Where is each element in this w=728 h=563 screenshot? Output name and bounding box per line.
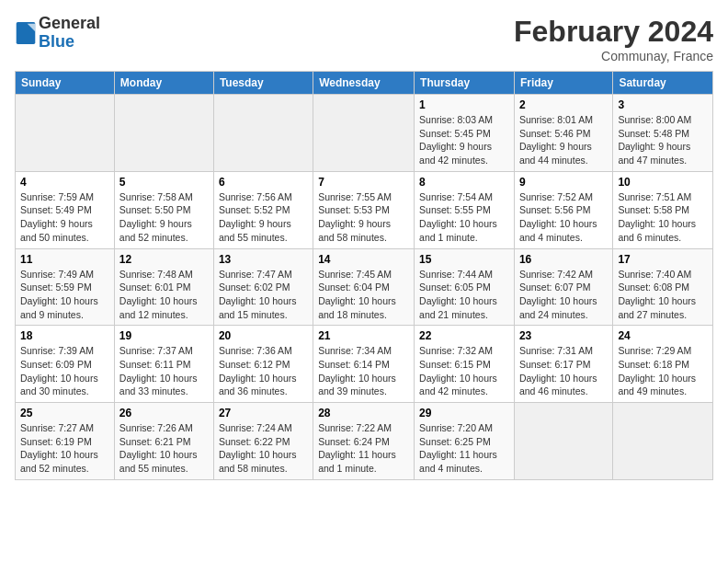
day-info: Sunrise: 8:01 AMSunset: 5:46 PMDaylight:… xyxy=(519,113,608,167)
calendar-header-row: SundayMondayTuesdayWednesdayThursdayFrid… xyxy=(16,72,713,95)
calendar-cell: 4Sunrise: 7:59 AMSunset: 5:49 PMDaylight… xyxy=(16,171,115,248)
day-number: 12 xyxy=(119,253,209,266)
day-info: Sunrise: 7:49 AMSunset: 5:59 PMDaylight:… xyxy=(20,268,109,322)
calendar-cell xyxy=(514,403,612,480)
day-number: 22 xyxy=(419,329,509,342)
day-info: Sunrise: 7:58 AMSunset: 5:50 PMDaylight:… xyxy=(119,190,209,245)
week-row-0: 1Sunrise: 8:03 AMSunset: 5:45 PMDaylight… xyxy=(16,95,713,172)
day-info: Sunrise: 7:20 AMSunset: 6:25 PMDaylight:… xyxy=(419,421,509,476)
calendar-cell: 24Sunrise: 7:29 AMSunset: 6:18 PMDayligh… xyxy=(613,326,713,403)
logo-general: General xyxy=(39,15,100,33)
month-title: February 2024 xyxy=(514,15,713,49)
day-info: Sunrise: 7:40 AMSunset: 6:08 PMDaylight:… xyxy=(618,268,708,322)
calendar-cell xyxy=(16,95,115,172)
day-info: Sunrise: 7:34 AMSunset: 6:14 PMDaylight:… xyxy=(318,344,409,398)
day-info: Sunrise: 7:51 AMSunset: 5:58 PMDaylight:… xyxy=(618,190,708,245)
calendar-cell: 5Sunrise: 7:58 AMSunset: 5:50 PMDaylight… xyxy=(114,171,213,248)
day-number: 23 xyxy=(519,329,608,342)
day-number: 17 xyxy=(618,253,708,266)
calendar-cell: 26Sunrise: 7:26 AMSunset: 6:21 PMDayligh… xyxy=(114,403,213,480)
day-info: Sunrise: 7:48 AMSunset: 6:01 PMDaylight:… xyxy=(119,268,209,322)
day-number: 13 xyxy=(219,253,308,266)
day-number: 15 xyxy=(419,253,509,266)
calendar-cell: 22Sunrise: 7:32 AMSunset: 6:15 PMDayligh… xyxy=(415,326,515,403)
week-row-1: 4Sunrise: 7:59 AMSunset: 5:49 PMDaylight… xyxy=(16,171,713,248)
day-number: 20 xyxy=(219,329,308,342)
day-number: 16 xyxy=(519,253,608,266)
calendar-cell: 20Sunrise: 7:36 AMSunset: 6:12 PMDayligh… xyxy=(213,326,313,403)
day-info: Sunrise: 7:39 AMSunset: 6:09 PMDaylight:… xyxy=(20,344,109,398)
calendar-cell: 11Sunrise: 7:49 AMSunset: 5:59 PMDayligh… xyxy=(16,248,115,326)
day-number: 24 xyxy=(618,329,708,342)
day-info: Sunrise: 7:56 AMSunset: 5:52 PMDaylight:… xyxy=(219,190,308,245)
day-number: 14 xyxy=(318,253,409,266)
day-number: 6 xyxy=(219,176,308,189)
calendar-cell: 2Sunrise: 8:01 AMSunset: 5:46 PMDaylight… xyxy=(514,95,612,172)
day-info: Sunrise: 7:45 AMSunset: 6:04 PMDaylight:… xyxy=(318,268,409,322)
day-number: 4 xyxy=(20,176,109,189)
calendar-cell: 19Sunrise: 7:37 AMSunset: 6:11 PMDayligh… xyxy=(114,326,213,403)
day-info: Sunrise: 7:55 AMSunset: 5:53 PMDaylight:… xyxy=(318,190,409,245)
day-number: 26 xyxy=(119,407,209,419)
day-number: 3 xyxy=(618,98,708,111)
day-info: Sunrise: 7:52 AMSunset: 5:56 PMDaylight:… xyxy=(519,190,608,245)
day-number: 27 xyxy=(219,407,308,419)
day-info: Sunrise: 7:36 AMSunset: 6:12 PMDaylight:… xyxy=(219,344,308,398)
day-info: Sunrise: 7:37 AMSunset: 6:11 PMDaylight:… xyxy=(119,344,209,398)
day-number: 7 xyxy=(318,176,409,189)
calendar-cell: 17Sunrise: 7:40 AMSunset: 6:08 PMDayligh… xyxy=(613,248,713,326)
day-info: Sunrise: 7:54 AMSunset: 5:55 PMDaylight:… xyxy=(419,190,509,245)
day-info: Sunrise: 7:22 AMSunset: 6:24 PMDaylight:… xyxy=(318,421,409,476)
calendar-cell: 8Sunrise: 7:54 AMSunset: 5:55 PMDaylight… xyxy=(415,171,515,248)
day-info: Sunrise: 8:00 AMSunset: 5:48 PMDaylight:… xyxy=(618,113,708,167)
calendar-cell: 1Sunrise: 8:03 AMSunset: 5:45 PMDaylight… xyxy=(415,95,515,172)
week-row-2: 11Sunrise: 7:49 AMSunset: 5:59 PMDayligh… xyxy=(16,248,713,326)
col-header-saturday: Saturday xyxy=(613,72,713,95)
day-number: 11 xyxy=(20,253,109,266)
week-row-4: 25Sunrise: 7:27 AMSunset: 6:19 PMDayligh… xyxy=(16,403,713,480)
day-info: Sunrise: 7:32 AMSunset: 6:15 PMDaylight:… xyxy=(419,344,509,398)
day-number: 2 xyxy=(519,98,608,111)
calendar-cell: 23Sunrise: 7:31 AMSunset: 6:17 PMDayligh… xyxy=(514,326,612,403)
col-header-thursday: Thursday xyxy=(415,72,515,95)
calendar-cell: 18Sunrise: 7:39 AMSunset: 6:09 PMDayligh… xyxy=(16,326,115,403)
logo-text: General Blue xyxy=(39,15,100,52)
day-info: Sunrise: 7:42 AMSunset: 6:07 PMDaylight:… xyxy=(519,268,608,322)
calendar-body: 1Sunrise: 8:03 AMSunset: 5:45 PMDaylight… xyxy=(16,95,713,480)
calendar-cell: 13Sunrise: 7:47 AMSunset: 6:02 PMDayligh… xyxy=(213,248,313,326)
day-info: Sunrise: 7:44 AMSunset: 6:05 PMDaylight:… xyxy=(419,268,509,322)
day-number: 25 xyxy=(20,407,109,419)
day-info: Sunrise: 8:03 AMSunset: 5:45 PMDaylight:… xyxy=(419,113,509,167)
calendar-cell: 16Sunrise: 7:42 AMSunset: 6:07 PMDayligh… xyxy=(514,248,612,326)
day-info: Sunrise: 7:31 AMSunset: 6:17 PMDaylight:… xyxy=(519,344,608,398)
calendar-cell: 3Sunrise: 8:00 AMSunset: 5:48 PMDaylight… xyxy=(613,95,713,172)
col-header-sunday: Sunday xyxy=(16,72,115,95)
day-number: 28 xyxy=(318,407,409,419)
page-header: General Blue February 2024 Communay, Fra… xyxy=(15,15,713,63)
day-number: 29 xyxy=(419,407,509,419)
calendar-cell: 29Sunrise: 7:20 AMSunset: 6:25 PMDayligh… xyxy=(415,403,515,480)
calendar-cell: 14Sunrise: 7:45 AMSunset: 6:04 PMDayligh… xyxy=(313,248,415,326)
day-info: Sunrise: 7:24 AMSunset: 6:22 PMDaylight:… xyxy=(219,421,308,476)
col-header-friday: Friday xyxy=(514,72,612,95)
day-number: 1 xyxy=(419,98,509,111)
calendar-cell xyxy=(114,95,213,172)
logo-icon xyxy=(15,20,37,46)
title-block: February 2024 Communay, France xyxy=(514,15,713,63)
logo: General Blue xyxy=(15,15,100,52)
col-header-wednesday: Wednesday xyxy=(313,72,415,95)
calendar-cell xyxy=(313,95,415,172)
calendar-cell: 27Sunrise: 7:24 AMSunset: 6:22 PMDayligh… xyxy=(213,403,313,480)
calendar-cell: 7Sunrise: 7:55 AMSunset: 5:53 PMDaylight… xyxy=(313,171,415,248)
calendar-cell: 15Sunrise: 7:44 AMSunset: 6:05 PMDayligh… xyxy=(415,248,515,326)
location: Communay, France xyxy=(514,49,713,63)
calendar-cell: 12Sunrise: 7:48 AMSunset: 6:01 PMDayligh… xyxy=(114,248,213,326)
week-row-3: 18Sunrise: 7:39 AMSunset: 6:09 PMDayligh… xyxy=(16,326,713,403)
calendar-cell xyxy=(613,403,713,480)
day-info: Sunrise: 7:26 AMSunset: 6:21 PMDaylight:… xyxy=(119,421,209,476)
day-number: 9 xyxy=(519,176,608,189)
day-info: Sunrise: 7:47 AMSunset: 6:02 PMDaylight:… xyxy=(219,268,308,322)
day-number: 18 xyxy=(20,329,109,342)
day-number: 21 xyxy=(318,329,409,342)
calendar-cell: 25Sunrise: 7:27 AMSunset: 6:19 PMDayligh… xyxy=(16,403,115,480)
